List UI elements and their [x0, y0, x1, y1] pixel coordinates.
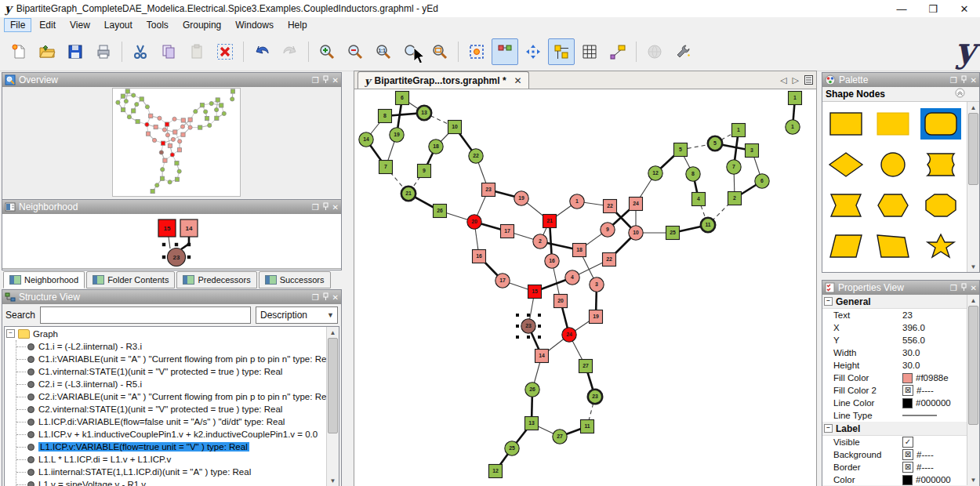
shape-rectangle-plain[interactable]	[873, 108, 913, 140]
close-panel-icon[interactable]: ✕	[971, 76, 977, 85]
scroll-thumb[interactable]	[328, 338, 338, 433]
prop-row-line-color[interactable]: Line Color#000000	[822, 397, 967, 409]
zoom-out-icon[interactable]	[342, 38, 368, 65]
properties-scrollbar[interactable]: ▲ ▼	[967, 295, 979, 485]
close-panel-icon[interactable]: ✕	[332, 203, 339, 212]
overview-content[interactable]	[2, 87, 341, 198]
structure-scrollbar[interactable]: ▲ ▼	[326, 327, 339, 486]
prop-row-text[interactable]: Text23	[822, 309, 967, 321]
checkbox-checked-icon[interactable]: ✓	[902, 437, 913, 448]
section-expander-icon[interactable]: −	[824, 424, 833, 433]
shape-rectangle[interactable]	[826, 108, 866, 140]
menu-help[interactable]: Help	[281, 18, 314, 32]
fit-content-icon[interactable]	[463, 38, 490, 65]
tree-item[interactable]: L1.iinternal:STATE(1,L1.ICP.di)(unit = "…	[16, 466, 339, 478]
properties-panel-titlebar[interactable]: Properties View ❐ ✕	[822, 281, 979, 295]
tab-successors[interactable]: Successors	[259, 271, 331, 288]
copy-icon[interactable]	[155, 38, 182, 65]
scroll-thumb[interactable]	[968, 113, 978, 185]
prop-row-x[interactable]: X396.0	[822, 321, 967, 334]
pin-panel-icon[interactable]	[322, 202, 329, 212]
zoom-actual-icon[interactable]: 1:1	[370, 38, 397, 65]
graph-canvas[interactable]: 6813101419182279212623191202117291022241…	[354, 89, 817, 486]
shape-triangle[interactable]	[826, 271, 866, 272]
minimize-button[interactable]: —	[886, 0, 917, 17]
prop-row-visible[interactable]: Visible✓	[822, 436, 967, 448]
tab-folder-contents[interactable]: Folder Contents	[86, 271, 175, 288]
close-panel-icon[interactable]: ✕	[971, 284, 977, 292]
shape-round-rectangle[interactable]	[920, 108, 961, 140]
prop-row-fill-color[interactable]: Fill Color#f0988e	[822, 372, 967, 384]
next-tab-icon[interactable]: ▷	[793, 75, 799, 85]
prop-row-width[interactable]: Width30.0	[822, 346, 967, 359]
pin-panel-icon[interactable]	[322, 292, 329, 303]
neighborhood-panel-titlebar[interactable]: Neighborhood ❐ ✕	[2, 200, 341, 214]
collapse-section-icon[interactable]	[955, 88, 965, 100]
tab-list-icon[interactable]	[804, 75, 813, 86]
tree-item[interactable]: C1.i = (-L2.iinternal) - R3.i	[16, 340, 339, 353]
close-panel-icon[interactable]: ✕	[332, 293, 339, 302]
zoom-area-icon[interactable]	[426, 38, 453, 65]
new-file-icon[interactable]	[5, 38, 32, 65]
menu-windows[interactable]: Windows	[229, 18, 280, 32]
filter-dropdown[interactable]: Description ▼	[256, 306, 338, 324]
prop-section-label[interactable]: −Label	[822, 422, 967, 436]
shape-star[interactable]	[920, 230, 961, 262]
edge-label-icon[interactable]	[604, 38, 631, 65]
menu-file[interactable]: File	[4, 18, 31, 32]
edit-mode-icon[interactable]	[492, 38, 518, 65]
shape-concave-hexagon[interactable]	[826, 190, 866, 221]
palette-panel-titlebar[interactable]: Palette ❐ ✕	[822, 73, 979, 87]
neighborhood-content[interactable]: 151423	[2, 214, 341, 269]
shape-triangle-2[interactable]	[873, 271, 913, 272]
menu-layout[interactable]: Layout	[98, 18, 139, 32]
undo-icon[interactable]	[249, 38, 275, 65]
tree-item[interactable]: L1.ICP.v + k1.inductiveCouplePin1.v + k2…	[16, 428, 339, 441]
close-panel-icon[interactable]: ✕	[332, 76, 339, 85]
prop-row-height[interactable]: Height30.0	[822, 359, 967, 372]
pan-icon[interactable]	[520, 38, 546, 65]
pin-panel-icon[interactable]	[322, 75, 329, 85]
grid-icon[interactable]	[576, 38, 603, 65]
tree-item[interactable]: C2.vinternal:STATE(1)(unit = "V" protect…	[16, 403, 339, 415]
prev-tab-icon[interactable]: ◁	[780, 75, 786, 85]
pin-panel-icon[interactable]	[960, 75, 967, 85]
prop-row-background[interactable]: Background⊠#----	[822, 448, 967, 461]
tree-root-row[interactable]: − Graph	[5, 327, 339, 340]
menu-view[interactable]: View	[64, 18, 96, 32]
shape-hexagon[interactable]	[873, 190, 913, 221]
menu-edit[interactable]: Edit	[33, 18, 62, 32]
zoom-in-icon[interactable]	[314, 38, 340, 65]
float-panel-icon[interactable]: ❐	[950, 284, 957, 292]
delete-icon[interactable]	[212, 38, 238, 65]
tree-item[interactable]: L1.ICP.v:VARIABLE(flow=true unit = "V" )…	[16, 441, 339, 453]
snap-lines-icon[interactable]	[548, 38, 575, 65]
tree-item[interactable]: C1.vinternal:STATE(1)(unit = "V" protect…	[16, 365, 339, 378]
tree-item[interactable]: C1.i:VARIABLE(unit = "A" ) "Current flow…	[16, 353, 339, 365]
float-panel-icon[interactable]: ❐	[312, 203, 319, 212]
open-file-icon[interactable]	[34, 38, 60, 65]
zoom-tool-icon[interactable]	[398, 38, 425, 65]
tree-item[interactable]: C2.i = (-L3.iinternal) - R5.i	[16, 378, 339, 390]
maximize-button[interactable]: ❒	[917, 0, 949, 17]
scroll-down-icon[interactable]: ▼	[971, 474, 977, 485]
tree-item[interactable]: L1.L * L1.ICP.di = L1.v + L1.ICP.v	[16, 453, 339, 466]
shape-rectangle-3[interactable]	[920, 271, 961, 272]
shape-nodes-header[interactable]: Shape Nodes	[822, 87, 979, 102]
tree-item[interactable]: L1.ICP.di:VARIABLE(flow=false unit = "A/…	[16, 415, 339, 428]
close-button[interactable]: ✕	[949, 0, 980, 17]
menu-grouping[interactable]: Grouping	[176, 18, 227, 32]
scroll-up-icon[interactable]: ▲	[971, 295, 977, 306]
float-panel-icon[interactable]: ❐	[950, 76, 957, 85]
menu-tools[interactable]: Tools	[140, 18, 175, 32]
float-panel-icon[interactable]: ❐	[312, 293, 319, 302]
shape-curved-rectangle[interactable]	[920, 149, 961, 180]
float-panel-icon[interactable]: ❐	[312, 76, 319, 85]
tab-close-icon[interactable]: ✕	[514, 75, 522, 86]
tree-expander-icon[interactable]: −	[6, 329, 15, 338]
structure-panel-titlebar[interactable]: Structure View ❐ ✕	[2, 290, 341, 304]
scroll-up-icon[interactable]: ▲	[971, 102, 977, 113]
scroll-down-icon[interactable]: ▼	[330, 475, 336, 486]
cut-icon[interactable]	[127, 38, 154, 65]
overview-panel-titlebar[interactable]: Overview ❐ ✕	[2, 73, 341, 87]
